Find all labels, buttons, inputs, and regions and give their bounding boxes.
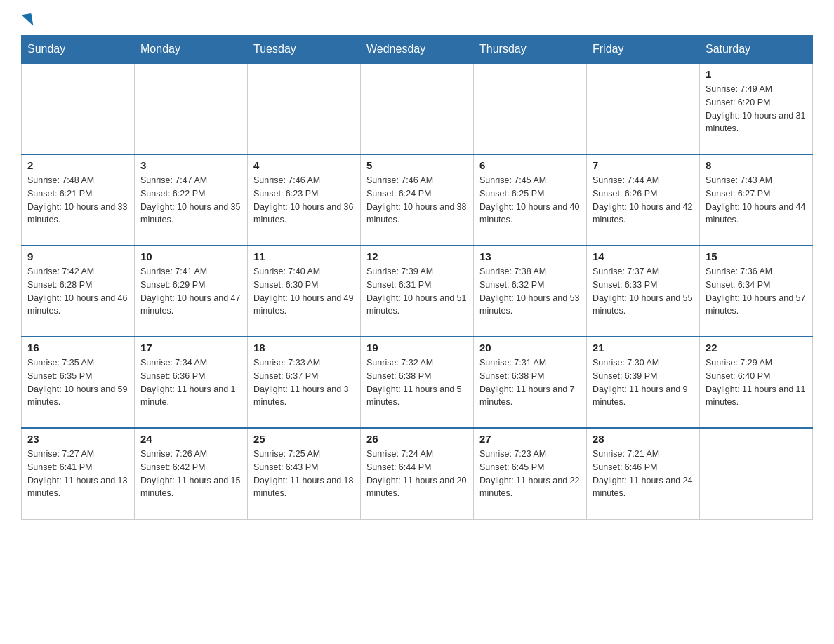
calendar-week-row: 23Sunrise: 7:27 AM Sunset: 6:41 PM Dayli… <box>22 428 813 519</box>
calendar-table: SundayMondayTuesdayWednesdayThursdayFrid… <box>21 35 813 520</box>
day-info: Sunrise: 7:49 AM Sunset: 6:20 PM Dayligh… <box>706 83 807 135</box>
calendar-day-header: Wednesday <box>361 36 474 64</box>
day-number: 28 <box>593 433 694 445</box>
day-info: Sunrise: 7:46 AM Sunset: 6:23 PM Dayligh… <box>253 174 355 227</box>
calendar-cell: 27Sunrise: 7:23 AM Sunset: 6:45 PM Dayli… <box>474 428 587 519</box>
calendar-day-header: Monday <box>135 36 248 64</box>
day-number: 2 <box>27 159 128 171</box>
calendar-cell: 23Sunrise: 7:27 AM Sunset: 6:41 PM Dayli… <box>22 428 135 519</box>
calendar-cell: 13Sunrise: 7:38 AM Sunset: 6:32 PM Dayli… <box>474 246 587 337</box>
day-number: 15 <box>706 250 807 262</box>
day-number: 21 <box>593 342 694 354</box>
day-info: Sunrise: 7:31 AM Sunset: 6:38 PM Dayligh… <box>479 356 581 409</box>
day-info: Sunrise: 7:45 AM Sunset: 6:25 PM Dayligh… <box>479 174 581 227</box>
calendar-cell <box>248 63 361 154</box>
calendar-cell: 19Sunrise: 7:32 AM Sunset: 6:38 PM Dayli… <box>361 337 474 428</box>
day-number: 20 <box>479 342 581 354</box>
calendar-cell <box>135 63 248 154</box>
day-number: 6 <box>479 159 581 171</box>
calendar-day-header: Saturday <box>700 36 813 64</box>
calendar-cell: 14Sunrise: 7:37 AM Sunset: 6:33 PM Dayli… <box>587 246 700 337</box>
day-info: Sunrise: 7:36 AM Sunset: 6:34 PM Dayligh… <box>706 265 807 318</box>
day-number: 19 <box>366 342 468 354</box>
day-number: 7 <box>593 159 694 171</box>
day-number: 4 <box>253 159 355 171</box>
day-number: 22 <box>706 342 807 354</box>
day-info: Sunrise: 7:29 AM Sunset: 6:40 PM Dayligh… <box>706 356 807 409</box>
calendar-cell: 24Sunrise: 7:26 AM Sunset: 6:42 PM Dayli… <box>135 428 248 519</box>
calendar-cell: 10Sunrise: 7:41 AM Sunset: 6:29 PM Dayli… <box>135 246 248 337</box>
calendar-cell: 5Sunrise: 7:46 AM Sunset: 6:24 PM Daylig… <box>361 154 474 246</box>
calendar-week-row: 16Sunrise: 7:35 AM Sunset: 6:35 PM Dayli… <box>22 337 813 428</box>
calendar-cell: 6Sunrise: 7:45 AM Sunset: 6:25 PM Daylig… <box>474 154 587 246</box>
day-number: 1 <box>706 68 807 80</box>
day-info: Sunrise: 7:46 AM Sunset: 6:24 PM Dayligh… <box>366 174 468 227</box>
day-info: Sunrise: 7:21 AM Sunset: 6:46 PM Dayligh… <box>593 448 694 500</box>
day-number: 14 <box>593 250 694 262</box>
calendar-cell: 20Sunrise: 7:31 AM Sunset: 6:38 PM Dayli… <box>474 337 587 428</box>
day-number: 9 <box>27 250 128 262</box>
calendar-cell: 12Sunrise: 7:39 AM Sunset: 6:31 PM Dayli… <box>361 246 474 337</box>
day-info: Sunrise: 7:34 AM Sunset: 6:36 PM Dayligh… <box>140 356 241 409</box>
day-info: Sunrise: 7:30 AM Sunset: 6:39 PM Dayligh… <box>593 356 694 409</box>
day-info: Sunrise: 7:47 AM Sunset: 6:22 PM Dayligh… <box>140 174 241 227</box>
calendar-cell: 18Sunrise: 7:33 AM Sunset: 6:37 PM Dayli… <box>248 337 361 428</box>
day-info: Sunrise: 7:25 AM Sunset: 6:43 PM Dayligh… <box>253 448 355 500</box>
day-number: 11 <box>253 250 355 262</box>
calendar-cell: 17Sunrise: 7:34 AM Sunset: 6:36 PM Dayli… <box>135 337 248 428</box>
calendar-cell: 21Sunrise: 7:30 AM Sunset: 6:39 PM Dayli… <box>587 337 700 428</box>
calendar-day-header: Thursday <box>474 36 587 64</box>
day-info: Sunrise: 7:26 AM Sunset: 6:42 PM Dayligh… <box>140 448 241 500</box>
day-info: Sunrise: 7:24 AM Sunset: 6:44 PM Dayligh… <box>366 448 468 500</box>
day-number: 26 <box>366 433 468 445</box>
day-number: 12 <box>366 250 468 262</box>
day-info: Sunrise: 7:39 AM Sunset: 6:31 PM Dayligh… <box>366 265 468 318</box>
day-info: Sunrise: 7:23 AM Sunset: 6:45 PM Dayligh… <box>479 448 581 500</box>
calendar-cell <box>361 63 474 154</box>
day-number: 8 <box>706 159 807 171</box>
day-number: 18 <box>253 342 355 354</box>
day-info: Sunrise: 7:37 AM Sunset: 6:33 PM Dayligh… <box>593 265 694 318</box>
calendar-day-header: Friday <box>587 36 700 64</box>
calendar-cell: 15Sunrise: 7:36 AM Sunset: 6:34 PM Dayli… <box>700 246 813 337</box>
day-info: Sunrise: 7:48 AM Sunset: 6:21 PM Dayligh… <box>27 174 128 227</box>
day-number: 10 <box>140 250 241 262</box>
day-info: Sunrise: 7:44 AM Sunset: 6:26 PM Dayligh… <box>593 174 694 227</box>
page-header <box>21 14 813 22</box>
day-info: Sunrise: 7:33 AM Sunset: 6:37 PM Dayligh… <box>253 356 355 409</box>
day-info: Sunrise: 7:32 AM Sunset: 6:38 PM Dayligh… <box>366 356 468 409</box>
calendar-cell: 9Sunrise: 7:42 AM Sunset: 6:28 PM Daylig… <box>22 246 135 337</box>
day-number: 25 <box>253 433 355 445</box>
calendar-cell: 16Sunrise: 7:35 AM Sunset: 6:35 PM Dayli… <box>22 337 135 428</box>
calendar-cell: 4Sunrise: 7:46 AM Sunset: 6:23 PM Daylig… <box>248 154 361 246</box>
calendar-cell: 3Sunrise: 7:47 AM Sunset: 6:22 PM Daylig… <box>135 154 248 246</box>
day-info: Sunrise: 7:42 AM Sunset: 6:28 PM Dayligh… <box>27 265 128 318</box>
logo-arrow-icon <box>22 13 34 27</box>
day-info: Sunrise: 7:38 AM Sunset: 6:32 PM Dayligh… <box>479 265 581 318</box>
calendar-cell: 1Sunrise: 7:49 AM Sunset: 6:20 PM Daylig… <box>700 63 813 154</box>
calendar-cell <box>587 63 700 154</box>
calendar-cell: 11Sunrise: 7:40 AM Sunset: 6:30 PM Dayli… <box>248 246 361 337</box>
calendar-cell <box>700 428 813 519</box>
calendar-cell: 22Sunrise: 7:29 AM Sunset: 6:40 PM Dayli… <box>700 337 813 428</box>
calendar-week-row: 1Sunrise: 7:49 AM Sunset: 6:20 PM Daylig… <box>22 63 813 154</box>
day-number: 17 <box>140 342 241 354</box>
day-info: Sunrise: 7:35 AM Sunset: 6:35 PM Dayligh… <box>27 356 128 409</box>
calendar-cell: 26Sunrise: 7:24 AM Sunset: 6:44 PM Dayli… <box>361 428 474 519</box>
calendar-week-row: 2Sunrise: 7:48 AM Sunset: 6:21 PM Daylig… <box>22 154 813 246</box>
day-info: Sunrise: 7:27 AM Sunset: 6:41 PM Dayligh… <box>27 448 128 500</box>
calendar-day-header: Tuesday <box>248 36 361 64</box>
calendar-cell: 2Sunrise: 7:48 AM Sunset: 6:21 PM Daylig… <box>22 154 135 246</box>
calendar-cell: 28Sunrise: 7:21 AM Sunset: 6:46 PM Dayli… <box>587 428 700 519</box>
calendar-header-row: SundayMondayTuesdayWednesdayThursdayFrid… <box>22 36 813 64</box>
day-number: 13 <box>479 250 581 262</box>
day-info: Sunrise: 7:40 AM Sunset: 6:30 PM Dayligh… <box>253 265 355 318</box>
day-number: 27 <box>479 433 581 445</box>
day-number: 23 <box>27 433 128 445</box>
calendar-cell: 7Sunrise: 7:44 AM Sunset: 6:26 PM Daylig… <box>587 154 700 246</box>
day-info: Sunrise: 7:41 AM Sunset: 6:29 PM Dayligh… <box>140 265 241 318</box>
logo <box>21 14 38 22</box>
calendar-cell: 25Sunrise: 7:25 AM Sunset: 6:43 PM Dayli… <box>248 428 361 519</box>
calendar-cell: 8Sunrise: 7:43 AM Sunset: 6:27 PM Daylig… <box>700 154 813 246</box>
calendar-week-row: 9Sunrise: 7:42 AM Sunset: 6:28 PM Daylig… <box>22 246 813 337</box>
